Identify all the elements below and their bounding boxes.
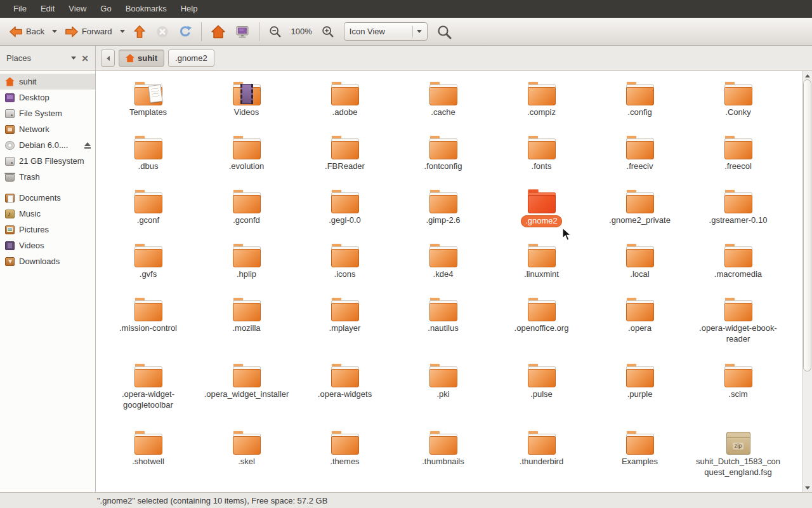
breadcrumb-back-button[interactable] <box>101 50 115 67</box>
file-item-mission-control[interactable]: .mission-control <box>99 296 197 362</box>
search-button[interactable] <box>433 22 455 42</box>
file-item-compiz[interactable]: .compiz <box>492 80 591 134</box>
file-item-gconf[interactable]: .gconf <box>99 188 197 242</box>
file-item-gconfd[interactable]: .gconfd <box>197 188 296 242</box>
computer-button[interactable] <box>231 22 254 42</box>
places-title[interactable]: Places <box>6 53 66 63</box>
reload-button[interactable] <box>174 22 196 41</box>
file-name: Videos <box>234 107 259 118</box>
file-item-skel[interactable]: .skel <box>197 429 296 478</box>
file-item-kde4[interactable]: .kde4 <box>394 242 492 296</box>
file-item-gnome2[interactable]: .gnome2 <box>492 188 591 242</box>
file-item-opera[interactable]: .opera <box>591 296 689 362</box>
file-item-mozilla[interactable]: .mozilla <box>197 296 296 362</box>
file-item-fonts[interactable]: .fonts <box>492 134 591 188</box>
menu-go[interactable]: Go <box>93 0 118 18</box>
sidebar-item-debian-6-0[interactable]: Debian 6.0.... <box>0 137 95 153</box>
file-item-examples[interactable]: Examples <box>591 429 689 478</box>
file-item-opera-widgets[interactable]: .opera-widgets <box>296 362 394 429</box>
file-item-pki[interactable]: .pki <box>394 362 492 429</box>
file-item-purple[interactable]: .purple <box>591 362 689 429</box>
menu-view[interactable]: View <box>62 0 93 18</box>
sidebar-item-music[interactable]: Music <box>0 206 95 222</box>
home-button[interactable] <box>207 22 230 42</box>
file-item-mplayer[interactable]: .mplayer <box>296 296 394 362</box>
scrollbar-thumb[interactable] <box>803 79 811 371</box>
sidebar-item-21-gb-filesystem[interactable]: 21 GB Filesystem <box>0 153 95 169</box>
file-item-gimp-2-6[interactable]: .gimp-2.6 <box>394 188 492 242</box>
file-item-fontconfig[interactable]: .fontconfig <box>394 134 492 188</box>
file-item-gegl-0-0[interactable]: .gegl-0.0 <box>296 188 394 242</box>
file-item-shotwell[interactable]: .shotwell <box>99 429 197 478</box>
file-item-macromedia[interactable]: .macromedia <box>689 242 787 296</box>
sidebar-item-trash[interactable]: Trash <box>0 169 95 185</box>
vertical-scrollbar[interactable] <box>802 71 812 492</box>
file-item-linuxmint[interactable]: .linuxmint <box>492 242 591 296</box>
up-button[interactable] <box>129 22 150 41</box>
file-item-opera-widget-googletoolbar[interactable]: .opera-widget-googletoolbar <box>99 362 197 429</box>
breadcrumb-suhit[interactable]: suhit <box>119 50 164 67</box>
file-name: .openoffice.org <box>514 323 569 334</box>
file-item-freeciv[interactable]: .freeciv <box>591 134 689 188</box>
sidebar-item-desktop[interactable]: Desktop <box>0 90 95 105</box>
file-item-conky[interactable]: .Conky <box>689 80 787 134</box>
close-sidebar-icon[interactable]: ✕ <box>81 54 89 63</box>
back-button[interactable]: Back <box>5 22 48 41</box>
file-item-nautilus[interactable]: .nautilus <box>394 296 492 362</box>
sidebar-item-suhit[interactable]: suhit <box>0 74 95 90</box>
zoom-out-button[interactable] <box>265 22 286 41</box>
sidebar-item-documents[interactable]: Documents <box>0 190 95 206</box>
sidebar-item-pictures[interactable]: Pictures <box>0 222 95 237</box>
breadcrumb-gnome2[interactable]: .gnome2 <box>168 50 214 67</box>
file-item-suhit-dutch-1583-conquest-england-fsg[interactable]: zip suhit_Dutch_1583_conquest_england.fs… <box>689 429 787 478</box>
file-item-gstreamer-0-10[interactable]: .gstreamer-0.10 <box>689 188 787 242</box>
file-item-thumbnails[interactable]: .thumbnails <box>394 429 492 478</box>
file-name: .linuxmint <box>524 269 559 280</box>
file-item-videos[interactable]: Videos <box>197 80 296 134</box>
forward-history-dropdown[interactable] <box>117 27 128 36</box>
sidebar-item-downloads[interactable]: Downloads <box>0 253 95 269</box>
file-name: .thumbnails <box>422 457 464 467</box>
file-item-cache[interactable]: .cache <box>394 80 492 134</box>
forward-button[interactable]: Forward <box>61 22 116 41</box>
sidebar-item-network[interactable]: Network <box>0 121 95 137</box>
file-name: .local <box>630 269 649 280</box>
eject-icon[interactable] <box>84 142 91 149</box>
menu-file[interactable]: File <box>6 0 34 18</box>
file-item-adobe[interactable]: .adobe <box>296 80 394 134</box>
back-history-dropdown[interactable] <box>49 27 60 36</box>
sidebar-item-file-system[interactable]: File System <box>0 105 95 121</box>
menu-bookmarks[interactable]: Bookmarks <box>119 0 174 18</box>
file-item-thunderbird[interactable]: .thunderbird <box>492 429 591 478</box>
file-item-opera-widget-installer[interactable]: .opera_widget_installer <box>197 362 296 429</box>
file-item-icons[interactable]: .icons <box>296 242 394 296</box>
file-item-pulse[interactable]: .pulse <box>492 362 591 429</box>
zoom-in-button[interactable] <box>317 22 339 41</box>
back-label: Back <box>26 27 44 36</box>
menu-help[interactable]: Help <box>174 0 205 18</box>
file-item-gvfs[interactable]: .gvfs <box>99 242 197 296</box>
scroll-up-icon[interactable] <box>802 71 812 80</box>
folder-icon <box>232 135 261 159</box>
file-item-freecol[interactable]: .freecol <box>689 134 787 188</box>
file-item-fbreader[interactable]: .FBReader <box>296 134 394 188</box>
file-item-gnome2-private[interactable]: .gnome2_private <box>591 188 689 242</box>
sidebar-item-videos[interactable]: Videos <box>0 237 95 253</box>
file-item-local[interactable]: .local <box>591 242 689 296</box>
scroll-down-icon[interactable] <box>802 483 812 492</box>
file-name: .cache <box>431 107 455 118</box>
view-mode-select[interactable]: Icon View <box>344 22 428 41</box>
file-name: .gstreamer-0.10 <box>709 215 768 226</box>
folder-icon <box>134 189 163 213</box>
file-item-opera-widget-ebook-reader[interactable]: .opera-widget-ebook-reader <box>689 296 787 362</box>
file-item-dbus[interactable]: .dbus <box>99 134 197 188</box>
file-item-config[interactable]: .config <box>591 80 689 134</box>
menu-edit[interactable]: Edit <box>34 0 62 18</box>
file-item-evolution[interactable]: .evolution <box>197 134 296 188</box>
file-item-templates[interactable]: Templates <box>99 80 197 134</box>
chevron-down-icon[interactable] <box>71 57 76 60</box>
file-item-hplip[interactable]: .hplip <box>197 242 296 296</box>
file-item-themes[interactable]: .themes <box>296 429 394 478</box>
file-item-scim[interactable]: .scim <box>689 362 787 429</box>
file-item-openoffice-org[interactable]: .openoffice.org <box>492 296 591 362</box>
